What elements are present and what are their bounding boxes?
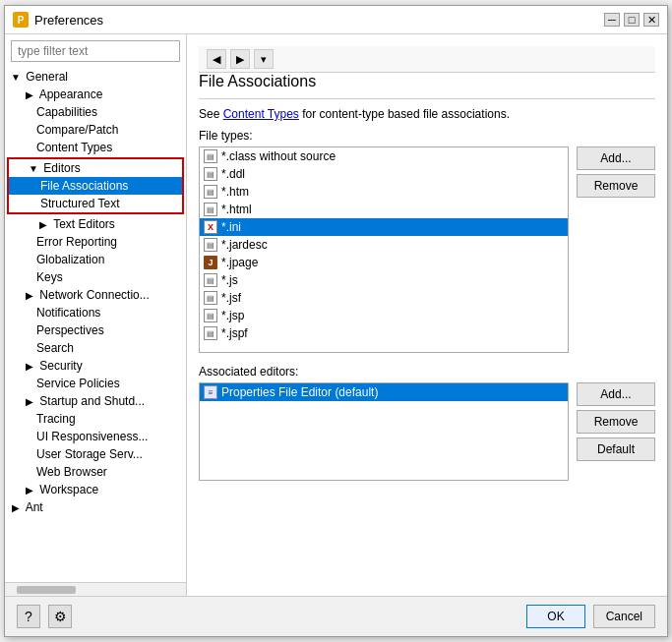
expand-icon-workspace: ▶ [23, 485, 36, 496]
expand-icon-security: ▶ [23, 361, 36, 372]
expand-icon-editors: ▼ [27, 163, 40, 174]
footer-right-buttons: OK Cancel [526, 605, 655, 628]
list-item-jspf[interactable]: ▤ *.jspf [200, 324, 568, 342]
list-item-jpage[interactable]: J *.jpage [200, 254, 568, 271]
list-item-ini[interactable]: X *.ini [200, 218, 568, 236]
tree-item-keys[interactable]: Keys [5, 268, 186, 286]
tree-item-network-connections[interactable]: ▶ Network Connectio... [5, 286, 186, 304]
tree-item-notifications[interactable]: Notifications [5, 304, 186, 321]
list-item-js[interactable]: ▤ *.js [200, 271, 568, 289]
window-controls: ─ □ ✕ [604, 13, 659, 27]
tree-item-ui-responsiveness[interactable]: UI Responsiveness... [5, 428, 186, 445]
file-icon-jpage: J [204, 256, 217, 269]
filter-input[interactable] [11, 40, 180, 62]
tree-area: ▼ General ▶ Appearance Capabilities Comp… [5, 68, 186, 582]
dialog-icon: P [13, 12, 29, 28]
file-types-add-button[interactable]: Add... [577, 146, 655, 170]
tree-item-editors[interactable]: ▼ Editors [9, 159, 182, 177]
tree-item-capabilities[interactable]: Capabilities [5, 103, 186, 121]
tree-item-workspace[interactable]: ▶ Workspace [5, 481, 186, 498]
file-icon-ddl: ▤ [204, 167, 217, 181]
tree-item-perspectives[interactable]: Perspectives [5, 321, 186, 339]
content-types-link[interactable]: Content Types [223, 107, 299, 121]
left-panel: ▼ General ▶ Appearance Capabilities Comp… [5, 34, 187, 596]
ok-button[interactable]: OK [526, 605, 584, 628]
tree-item-tracing[interactable]: Tracing [5, 410, 186, 428]
file-types-section: ▤ *.class without source ▤ *.ddl ▤ *.htm… [199, 146, 655, 353]
help-button[interactable]: ? [17, 605, 40, 628]
file-icon-js: ▤ [204, 273, 217, 287]
file-icon-props: ≡ [204, 385, 217, 399]
assoc-default-button[interactable]: Default [577, 438, 655, 461]
right-panel: ◀ ▶ ▾ File Associations See Content Type… [187, 34, 667, 596]
titlebar: P Preferences ─ □ ✕ [5, 6, 667, 34]
expand-icon-ant: ▶ [9, 502, 23, 513]
tree-item-globalization[interactable]: Globalization [5, 251, 186, 268]
file-types-remove-button[interactable]: Remove [577, 174, 655, 198]
associated-editors-label: Associated editors: [199, 365, 655, 379]
file-icon-jsp: ▤ [204, 309, 217, 322]
footer-left-buttons: ? ⚙ [17, 605, 72, 628]
file-icon-jsf: ▤ [204, 291, 217, 305]
associated-editors-buttons: Add... Remove Default [577, 382, 655, 481]
list-item-props-editor[interactable]: ≡ Properties File Editor (default) [200, 383, 568, 401]
dialog-footer: ? ⚙ OK Cancel [5, 596, 667, 636]
expand-icon-appearance: ▶ [23, 89, 36, 100]
nav-menu-button[interactable]: ▾ [254, 49, 274, 69]
tree-item-search[interactable]: Search [5, 339, 186, 357]
tree-item-structured-text[interactable]: Structured Text [9, 195, 182, 212]
tree-item-compare-patch[interactable]: Compare/Patch [5, 121, 186, 139]
tree-item-content-types[interactable]: Content Types [5, 139, 186, 156]
file-types-list[interactable]: ▤ *.class without source ▤ *.ddl ▤ *.htm… [199, 146, 569, 353]
scrollbar-thumb[interactable] [17, 586, 76, 594]
expand-icon-text-editors: ▶ [36, 219, 50, 230]
editors-highlight-box: ▼ Editors File Associations Structured T… [7, 157, 184, 214]
assoc-remove-button[interactable]: Remove [577, 410, 655, 434]
icon-symbol: P [18, 15, 25, 26]
nav-fwd-button[interactable]: ▶ [230, 49, 250, 69]
expand-icon-network: ▶ [23, 290, 36, 301]
panel-description: See Content Types for content-type based… [199, 107, 655, 121]
tree-item-error-reporting[interactable]: Error Reporting [5, 233, 186, 251]
panel-title: File Associations [199, 73, 655, 99]
tree-item-user-storage[interactable]: User Storage Serv... [5, 445, 186, 463]
list-item-jardesc[interactable]: ▤ *.jardesc [200, 236, 568, 254]
content-area: ▼ General ▶ Appearance Capabilities Comp… [5, 34, 667, 596]
file-icon-htm: ▤ [204, 185, 217, 199]
list-item-html[interactable]: ▤ *.html [200, 201, 568, 218]
close-button[interactable]: ✕ [643, 13, 659, 27]
dialog-title: Preferences [34, 13, 598, 28]
list-item-jsf[interactable]: ▤ *.jsf [200, 289, 568, 307]
nav-bar: ◀ ▶ ▾ [199, 46, 655, 73]
list-item-htm[interactable]: ▤ *.htm [200, 183, 568, 201]
associated-editors-list[interactable]: ≡ Properties File Editor (default) [199, 382, 569, 481]
tree-item-startup[interactable]: ▶ Startup and Shutd... [5, 392, 186, 410]
tree-item-general[interactable]: ▼ General [5, 68, 186, 86]
settings-button[interactable]: ⚙ [48, 605, 72, 628]
tree-item-file-associations[interactable]: File Associations [9, 177, 182, 195]
assoc-add-button[interactable]: Add... [577, 382, 655, 406]
file-icon-jardesc: ▤ [204, 238, 217, 252]
file-icon-jspf: ▤ [204, 326, 217, 340]
tree-item-text-editors[interactable]: ▶ Text Editors [5, 215, 186, 233]
tree-item-ant[interactable]: ▶ Ant [5, 498, 186, 516]
tree-item-security[interactable]: ▶ Security [5, 357, 186, 375]
file-icon-ini: X [204, 220, 217, 234]
preferences-dialog: P Preferences ─ □ ✕ ▼ General ▶ Appearan… [4, 5, 668, 637]
file-types-buttons: Add... Remove [577, 146, 655, 353]
horizontal-scrollbar[interactable] [5, 582, 186, 596]
file-icon-html: ▤ [204, 203, 217, 216]
tree-item-web-browser[interactable]: Web Browser [5, 463, 186, 481]
cancel-button[interactable]: Cancel [593, 605, 655, 628]
tree-item-service-policies[interactable]: Service Policies [5, 375, 186, 392]
list-item-ddl[interactable]: ▤ *.ddl [200, 165, 568, 183]
tree-item-appearance[interactable]: ▶ Appearance [5, 86, 186, 103]
list-item-jsp[interactable]: ▤ *.jsp [200, 307, 568, 324]
minimize-button[interactable]: ─ [604, 13, 620, 27]
associated-editors-section: ≡ Properties File Editor (default) Add..… [199, 382, 655, 481]
maximize-button[interactable]: □ [624, 13, 640, 27]
list-item-class[interactable]: ▤ *.class without source [200, 147, 568, 165]
expand-icon-general: ▼ [9, 72, 23, 83]
nav-back-button[interactable]: ◀ [207, 49, 226, 69]
file-types-label: File types: [199, 129, 655, 143]
